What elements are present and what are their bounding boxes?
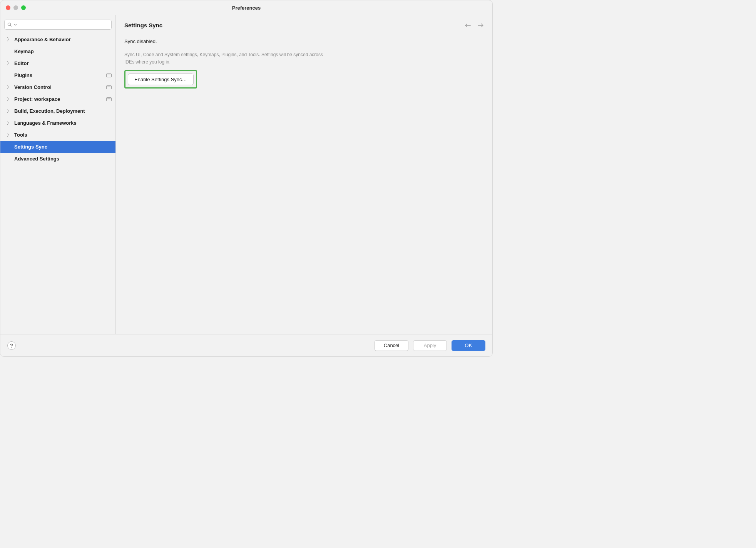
search-input[interactable] [18, 22, 109, 28]
svg-line-1 [10, 25, 12, 27]
nav-back-button[interactable] [465, 23, 472, 28]
nav-forward-button[interactable] [477, 23, 484, 28]
sidebar-item-label: Build, Execution, Deployment [14, 108, 85, 114]
sidebar-item-build-execution-deployment[interactable]: 〉 Build, Execution, Deployment [0, 105, 115, 117]
sidebar-item-plugins[interactable]: 〉 Plugins [0, 69, 115, 81]
arrow-left-icon [465, 23, 472, 28]
chevron-right-icon: 〉 [6, 96, 12, 102]
sidebar-item-label: Tools [14, 132, 27, 138]
arrow-right-icon [477, 23, 484, 28]
sync-status: Sync disabled. [124, 38, 484, 44]
chevron-right-icon: 〉 [6, 120, 12, 126]
content-header: Settings Sync [124, 22, 484, 28]
sidebar-item-label: Settings Sync [14, 144, 47, 150]
help-icon: ? [10, 342, 13, 349]
sidebar-item-version-control[interactable]: 〉 Version Control [0, 81, 115, 93]
project-scope-icon [106, 74, 112, 77]
ok-button[interactable]: OK [452, 340, 485, 351]
sidebar-item-editor[interactable]: 〉 Editor [0, 57, 115, 69]
project-scope-icon [106, 85, 112, 89]
chevron-right-icon: 〉 [6, 60, 12, 66]
sidebar-item-keymap[interactable]: 〉 Keymap [0, 45, 115, 57]
sidebar-item-label: Version Control [14, 84, 52, 90]
sidebar-item-settings-sync[interactable]: 〉 Settings Sync [0, 141, 115, 153]
sidebar: 〉 Appearance & Behavior 〉 Keymap 〉 Edito… [0, 15, 116, 334]
sidebar-item-label: Editor [14, 60, 29, 66]
sidebar-item-label: Appearance & Behavior [14, 37, 71, 42]
close-window-icon[interactable] [6, 5, 10, 10]
zoom-window-icon[interactable] [21, 5, 26, 10]
chevron-right-icon: 〉 [6, 84, 12, 90]
sidebar-item-languages-frameworks[interactable]: 〉 Languages & Frameworks [0, 117, 115, 129]
minimize-window-icon[interactable] [13, 5, 18, 10]
highlight-box: Enable Settings Sync… [124, 70, 197, 89]
sync-description: Sync UI, Code and System settings, Keyma… [124, 51, 332, 65]
sidebar-item-label: Plugins [14, 72, 32, 78]
chevron-right-icon: 〉 [6, 132, 12, 138]
sidebar-item-label: Languages & Frameworks [14, 120, 77, 126]
search-field[interactable] [4, 20, 112, 30]
content-pane: Settings Sync Sync disabled. Sync UI, Co… [116, 15, 492, 334]
chevron-right-icon: 〉 [6, 108, 12, 114]
sidebar-item-project-workspace[interactable]: 〉 Project: workspace [0, 93, 115, 105]
settings-tree: 〉 Appearance & Behavior 〉 Keymap 〉 Edito… [0, 32, 115, 334]
sidebar-item-appearance-behavior[interactable]: 〉 Appearance & Behavior [0, 33, 115, 45]
window-title: Preferences [0, 5, 492, 11]
enable-settings-sync-button[interactable]: Enable Settings Sync… [128, 74, 194, 85]
preferences-window: Preferences 〉 Appearance & Behavior 〉 Ke… [0, 0, 493, 357]
sidebar-item-label: Project: workspace [14, 96, 60, 102]
sidebar-item-label: Keymap [14, 48, 34, 54]
chevron-right-icon: 〉 [6, 37, 12, 42]
dropdown-caret-icon [14, 23, 17, 26]
sidebar-item-tools[interactable]: 〉 Tools [0, 129, 115, 141]
page-title: Settings Sync [124, 22, 162, 28]
apply-button[interactable]: Apply [413, 340, 447, 351]
main-body: 〉 Appearance & Behavior 〉 Keymap 〉 Edito… [0, 15, 492, 334]
svg-point-0 [8, 23, 10, 25]
window-controls [0, 5, 26, 10]
dialog-footer: ? Cancel Apply OK [0, 334, 492, 356]
help-button[interactable]: ? [7, 341, 16, 350]
cancel-button[interactable]: Cancel [375, 340, 408, 351]
sidebar-item-label: Advanced Settings [14, 156, 59, 162]
titlebar: Preferences [0, 0, 492, 15]
project-scope-icon [106, 97, 112, 101]
sidebar-item-advanced-settings[interactable]: 〉 Advanced Settings [0, 153, 115, 165]
search-icon [7, 22, 12, 27]
